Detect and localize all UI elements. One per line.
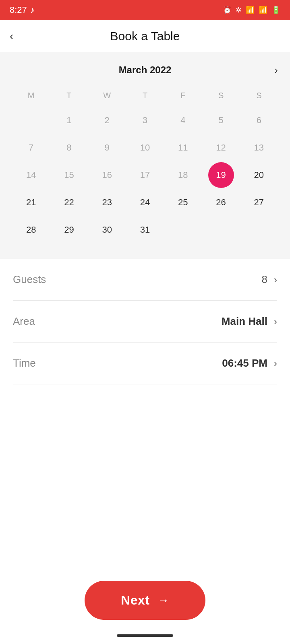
bluetooth-icon: ✲ xyxy=(236,6,242,14)
calendar-next-month-button[interactable]: › xyxy=(274,65,278,75)
day-20[interactable]: 20 xyxy=(240,162,278,188)
calendar-days: 1 2 3 4 5 6 7 8 9 10 11 12 13 14 15 16 1… xyxy=(12,107,278,243)
area-chevron-icon: › xyxy=(274,316,277,327)
signal-icon: 📶 xyxy=(259,6,267,14)
day-4[interactable]: 4 xyxy=(164,107,202,133)
alarm-icon: ⏰ xyxy=(223,6,232,14)
day-11[interactable]: 11 xyxy=(164,135,202,161)
weekday-sun: S xyxy=(240,88,278,103)
weekday-mon: M xyxy=(12,88,50,103)
music-icon: ♪ xyxy=(30,5,35,15)
day-24[interactable]: 24 xyxy=(126,190,164,215)
time-row[interactable]: Time 06:45 PM › xyxy=(13,343,277,384)
day-2[interactable]: 2 xyxy=(88,107,126,133)
next-button[interactable]: Next → xyxy=(85,581,205,620)
day-3[interactable]: 3 xyxy=(126,107,164,133)
status-icons: ⏰ ✲ 📶 📶 🔋 xyxy=(223,6,280,14)
area-row[interactable]: Area Main Hall › xyxy=(13,301,277,343)
next-button-wrap: Next → xyxy=(0,581,290,620)
day-23[interactable]: 23 xyxy=(88,190,126,215)
guests-chevron-icon: › xyxy=(274,274,277,285)
weekday-fri: F xyxy=(164,88,202,103)
home-indicator xyxy=(117,634,173,637)
calendar-section: March 2022 › M T W T F S S 1 2 3 4 5 6 7… xyxy=(0,52,290,259)
day-31[interactable]: 31 xyxy=(126,217,164,243)
day-18[interactable]: 18 xyxy=(164,162,202,188)
page-title: Book a Table xyxy=(110,29,180,43)
guests-label: Guests xyxy=(13,273,46,286)
time-label: 8:27 xyxy=(10,5,27,15)
day-13[interactable]: 13 xyxy=(240,135,278,161)
guests-value-wrap[interactable]: 8 › xyxy=(262,273,277,286)
form-section: Guests 8 › Area Main Hall › Time 06:45 P… xyxy=(0,259,290,384)
day-21[interactable]: 21 xyxy=(12,190,50,215)
calendar-header: March 2022 › xyxy=(12,64,278,76)
day-7[interactable]: 7 xyxy=(12,135,50,161)
wifi-icon: 📶 xyxy=(246,6,255,14)
time-value-wrap[interactable]: 06:45 PM › xyxy=(222,357,277,369)
day-empty-4 xyxy=(240,217,278,243)
day-14[interactable]: 14 xyxy=(12,162,50,188)
day-8[interactable]: 8 xyxy=(50,135,88,161)
day-28[interactable]: 28 xyxy=(12,217,50,243)
day-19-selected[interactable]: 19 xyxy=(208,162,234,188)
day-12[interactable]: 12 xyxy=(202,135,240,161)
guests-row[interactable]: Guests 8 › xyxy=(13,259,277,301)
day-empty-3 xyxy=(202,217,240,243)
next-arrow-icon: → xyxy=(157,594,169,607)
day-6[interactable]: 6 xyxy=(240,107,278,133)
day-17[interactable]: 17 xyxy=(126,162,164,188)
day-5[interactable]: 5 xyxy=(202,107,240,133)
time-label: Time xyxy=(13,357,36,369)
calendar-weekdays: M T W T F S S xyxy=(12,88,278,103)
day-16[interactable]: 16 xyxy=(88,162,126,188)
day-30[interactable]: 30 xyxy=(88,217,126,243)
status-time: 8:27 ♪ xyxy=(10,5,35,15)
calendar-month-label: March 2022 xyxy=(119,64,172,76)
battery-icon: 🔋 xyxy=(271,6,280,14)
day-29[interactable]: 29 xyxy=(50,217,88,243)
weekday-thu: T xyxy=(126,88,164,103)
day-1[interactable]: 1 xyxy=(50,107,88,133)
day-empty-2 xyxy=(164,217,202,243)
header: ‹ Book a Table xyxy=(0,20,290,52)
area-label: Area xyxy=(13,315,35,328)
weekday-sat: S xyxy=(202,88,240,103)
area-value-wrap[interactable]: Main Hall › xyxy=(222,315,277,328)
day-10[interactable]: 10 xyxy=(126,135,164,161)
day-27[interactable]: 27 xyxy=(240,190,278,215)
next-button-label: Next xyxy=(121,593,149,608)
calendar-grid: M T W T F S S 1 2 3 4 5 6 7 8 9 10 11 12… xyxy=(12,88,278,243)
day-9[interactable]: 9 xyxy=(88,135,126,161)
guests-value: 8 xyxy=(262,273,267,286)
time-value: 06:45 PM xyxy=(222,357,267,369)
area-value: Main Hall xyxy=(222,315,267,328)
weekday-tue: T xyxy=(50,88,88,103)
back-button[interactable]: ‹ xyxy=(10,31,13,42)
day-15[interactable]: 15 xyxy=(50,162,88,188)
status-bar: 8:27 ♪ ⏰ ✲ 📶 📶 🔋 xyxy=(0,0,290,20)
time-chevron-icon: › xyxy=(274,358,277,369)
day-22[interactable]: 22 xyxy=(50,190,88,215)
weekday-wed: W xyxy=(88,88,126,103)
day-26[interactable]: 26 xyxy=(202,190,240,215)
day-25[interactable]: 25 xyxy=(164,190,202,215)
day-empty xyxy=(12,107,50,133)
